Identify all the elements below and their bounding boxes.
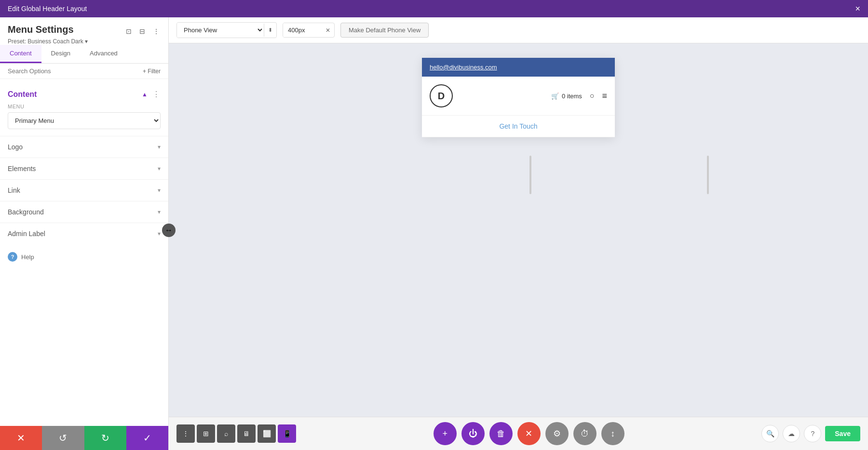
panel-tabs: Content Design Advanced <box>0 45 168 64</box>
title-bar-text: Edit Global Header Layout <box>8 5 87 13</box>
bottom-left-tools: ⋮ ⊞ ⌕ 🖥 ⬜ 📱 <box>176 424 296 443</box>
section-controls: ▲ ⋮ <box>142 90 161 99</box>
footer-actions: ✕ ↺ ↻ ✓ <box>0 426 168 450</box>
help-row[interactable]: ? Help <box>0 244 168 269</box>
help-button[interactable]: ? <box>804 425 821 442</box>
content-section-title: Content <box>8 90 37 99</box>
preview-menu-icon[interactable]: ≡ <box>602 91 607 101</box>
width-clear-button[interactable]: ✕ <box>322 24 334 37</box>
menu-select[interactable]: Primary Menu Secondary Menu <box>8 112 161 129</box>
logo-label: Logo <box>8 143 23 151</box>
main-layout: Menu Settings ⊡ ⊟ ⋮ Preset: Business Coa… <box>0 17 868 450</box>
view-select[interactable]: Phone View Desktop View Tablet View <box>177 23 264 38</box>
clear-button[interactable]: ✕ <box>517 422 541 445</box>
split-view-button[interactable]: ⊟ <box>138 26 146 36</box>
desktop-view-button[interactable]: 🖥 <box>237 424 256 443</box>
search-bar: + Filter <box>0 64 168 79</box>
canvas-area: Phone View Desktop View Tablet View ⬍ ✕ … <box>169 17 868 450</box>
bottom-toolbar: ⋮ ⊞ ⌕ 🖥 ⬜ 📱 + ⏻ 🗑 ✕ ⚙ ⏱ ↕ 🔍 ☁ ? <box>169 417 868 450</box>
canvas-toolbar: Phone View Desktop View Tablet View ⬍ ✕ … <box>169 17 868 43</box>
add-element-button[interactable]: + <box>434 422 457 445</box>
link-label: Link <box>8 186 20 194</box>
preview-email-link[interactable]: hello@divibusiness.com <box>430 64 497 71</box>
background-chevron-icon: ▾ <box>158 209 161 215</box>
panel-title: Menu Settings <box>8 24 74 35</box>
cloud-button[interactable]: ☁ <box>783 425 800 442</box>
canvas-preview: ↔ hello@divibusiness.com D 🛒 0 items ○ <box>169 43 868 417</box>
phone-preview: hello@divibusiness.com D 🛒 0 items ○ ≡ <box>422 58 615 137</box>
link-section[interactable]: Link ▾ <box>0 179 168 201</box>
focus-mode-button[interactable]: ⊡ <box>125 26 133 36</box>
grid-view-button[interactable]: ⋮ <box>176 424 195 443</box>
delete-button[interactable]: 🗑 <box>489 422 513 445</box>
cart-icon: 🛒 <box>551 93 559 100</box>
resize-handle-left[interactable]: ↔ <box>162 224 176 237</box>
section-collapse-icon[interactable]: ▲ <box>142 91 148 98</box>
width-input-group: ✕ <box>283 23 335 38</box>
history-button[interactable]: ⏱ <box>573 422 597 445</box>
left-panel: Menu Settings ⊡ ⊟ ⋮ Preset: Business Coa… <box>0 17 169 450</box>
zoom-button[interactable]: 🔍 <box>761 425 779 442</box>
search-input[interactable] <box>8 67 139 75</box>
preview-nav-link[interactable]: Get In Touch <box>422 116 615 137</box>
close-window-button[interactable]: × <box>855 4 860 13</box>
save-button[interactable]: Save <box>825 426 860 441</box>
view-select-wrapper: Phone View Desktop View Tablet View ⬍ <box>176 22 277 38</box>
preview-header: D 🛒 0 items ○ ≡ <box>422 77 615 116</box>
preview-logo: D <box>430 84 453 107</box>
tablet-view-button[interactable]: ⬜ <box>258 424 276 443</box>
menu-field-label: Menu <box>8 104 161 109</box>
admin-label-section[interactable]: Admin Label ▾ <box>0 223 168 244</box>
elements-section[interactable]: Elements ▾ <box>0 158 168 179</box>
bottom-right-tools: 🔍 ☁ ? Save <box>761 425 860 442</box>
search-view-button[interactable]: ⌕ <box>217 424 235 443</box>
admin-label-label: Admin Label <box>8 230 45 238</box>
panel-content: Content ▲ ⋮ Menu Primary Menu Secondary … <box>0 79 168 426</box>
undo-footer-btn[interactable]: ↺ <box>42 426 84 450</box>
title-bar: Edit Global Header Layout × <box>0 0 868 17</box>
admin-label-chevron-icon: ▾ <box>158 230 161 237</box>
phone-view-button[interactable]: 📱 <box>278 424 296 443</box>
tab-design[interactable]: Design <box>41 45 80 63</box>
background-section[interactable]: Background ▾ <box>0 201 168 223</box>
preview-top-bar: hello@divibusiness.com <box>422 58 615 77</box>
power-button[interactable]: ⏻ <box>461 422 485 445</box>
layout-button[interactable]: ⊞ <box>197 424 215 443</box>
width-input[interactable] <box>283 23 322 37</box>
panel-title-row: Menu Settings ⊡ ⊟ ⋮ <box>8 24 161 38</box>
drag-indicator-right <box>707 156 709 194</box>
view-select-arrow-icon: ⬍ <box>264 24 276 37</box>
drag-indicator-left <box>529 156 531 194</box>
logo-chevron-icon: ▾ <box>158 144 161 150</box>
cart-label: 0 items <box>562 93 582 100</box>
help-icon: ? <box>8 252 17 262</box>
content-section-header: Content ▲ ⋮ <box>0 83 168 104</box>
preview-header-right: 🛒 0 items ○ ≡ <box>551 91 607 101</box>
title-icon-group: ⊡ ⊟ ⋮ <box>125 26 161 36</box>
preset-label[interactable]: Preset: Business Coach Dark ▾ <box>8 38 161 45</box>
bottom-center-tools: + ⏻ 🗑 ✕ ⚙ ⏱ ↕ <box>434 422 624 445</box>
more-options-button[interactable]: ⋮ <box>152 26 161 36</box>
logo-section[interactable]: Logo ▾ <box>0 136 168 158</box>
redo-footer-btn[interactable]: ↻ <box>84 426 126 450</box>
background-label: Background <box>8 208 44 216</box>
make-default-button[interactable]: Make Default Phone View <box>340 23 429 38</box>
elements-chevron-icon: ▾ <box>158 165 161 172</box>
preview-cart: 🛒 0 items <box>551 93 582 100</box>
confirm-footer-btn[interactable]: ✓ <box>126 426 168 450</box>
help-label: Help <box>21 253 34 261</box>
cancel-footer-btn[interactable]: ✕ <box>0 426 42 450</box>
preview-search-icon[interactable]: ○ <box>590 92 595 100</box>
link-chevron-icon: ▾ <box>158 187 161 194</box>
tab-content[interactable]: Content <box>0 45 41 63</box>
menu-field-group: Menu Primary Menu Secondary Menu <box>0 104 168 136</box>
filter-button[interactable]: + Filter <box>143 68 161 75</box>
tab-advanced[interactable]: Advanced <box>80 45 127 63</box>
section-more-icon[interactable]: ⋮ <box>152 90 161 99</box>
settings-gear-button[interactable]: ⚙ <box>545 422 569 445</box>
reorder-button[interactable]: ↕ <box>601 422 624 445</box>
elements-label: Elements <box>8 165 36 172</box>
